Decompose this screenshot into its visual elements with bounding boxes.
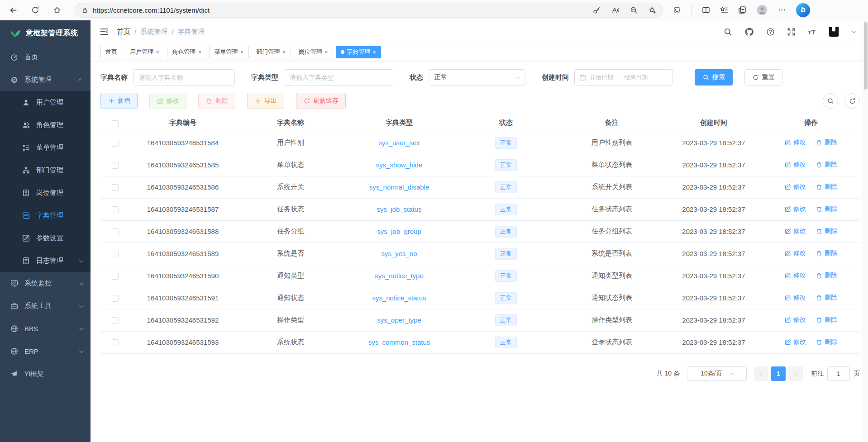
row-edit-link[interactable]: 修改 [785,294,806,302]
sidebar-item-menu-mgmt[interactable]: 菜单管理 [0,136,91,159]
sidebar-item-home[interactable]: 首页 [0,46,91,68]
address-bar[interactable]: https://ccnetcore.com:1101/system/dict [75,3,663,18]
row-delete-link[interactable]: 删除 [816,294,837,302]
goto-page-input[interactable] [827,366,850,381]
sidebar-item-bbs[interactable]: BBS [0,317,91,340]
row-checkbox[interactable] [112,206,119,213]
dict-type-link[interactable]: sys_job_group [377,228,421,235]
split-screen-icon[interactable] [702,6,710,14]
hamburger-icon[interactable] [100,27,109,36]
row-edit-link[interactable]: 修改 [785,271,806,280]
dict-type-link[interactable]: sys_job_status [377,205,421,213]
dict-type-link[interactable]: sys_common_status [368,338,430,346]
sidebar-item-erp[interactable]: ERP [0,340,91,362]
tab-home[interactable]: 首页 [100,46,122,58]
sidebar-item-system-mgmt[interactable]: 系统管理 [0,68,91,91]
tab-menu-mgmt[interactable]: 菜单管理× [209,46,248,58]
dropdown-caret-icon[interactable] [852,29,856,33]
scrollbar-thumb[interactable] [864,22,868,90]
collections-icon[interactable] [738,6,746,14]
row-delete-link[interactable]: 删除 [816,161,837,169]
reset-button[interactable]: 重置 [744,69,782,86]
app-logo-row[interactable]: 意框架管理系统 [0,20,91,46]
url-text[interactable]: https://ccnetcore.com:1101/system/dict [93,6,593,14]
read-aloud-icon[interactable] [611,6,619,14]
tab-close-icon[interactable]: × [282,49,286,55]
row-delete-link[interactable]: 删除 [816,249,837,257]
toggle-search-button[interactable] [823,93,838,109]
dict-type-link[interactable]: sys_oper_type [377,316,421,324]
row-edit-link[interactable]: 修改 [785,338,806,346]
tab-close-icon[interactable]: × [240,49,243,55]
password-key-icon[interactable] [593,6,601,14]
fullscreen-icon[interactable] [787,28,796,36]
row-edit-link[interactable]: 修改 [785,205,806,213]
add-favorite-icon[interactable] [649,6,656,14]
row-delete-link[interactable]: 删除 [816,227,837,235]
tab-close-icon[interactable]: × [198,49,201,55]
row-checkbox[interactable] [112,228,119,235]
select-all-checkbox[interactable] [112,120,119,127]
row-edit-link[interactable]: 修改 [785,227,806,235]
next-page-button[interactable]: › [788,366,803,381]
sidebar-item-dept-mgmt[interactable]: 部门管理 [0,159,91,181]
sidebar-item-param-setting[interactable]: 参数设置 [0,227,91,249]
sidebar-item-user-mgmt[interactable]: 用户管理 [0,91,91,114]
dict-type-link[interactable]: sys_normal_disable [369,183,429,191]
tab-close-icon[interactable]: × [372,49,376,55]
row-checkbox[interactable] [112,184,119,191]
browser-scrollbar[interactable] [863,21,868,442]
breadcrumb-item[interactable]: 首页 [117,28,130,36]
tab-role-mgmt[interactable]: 角色管理× [167,46,206,58]
dict-type-link[interactable]: sys_show_hide [376,161,423,169]
sidebar-item-role-mgmt[interactable]: 角色管理 [0,114,91,136]
browser-back-icon[interactable] [9,6,18,14]
row-checkbox[interactable] [112,339,119,346]
text-size-icon[interactable]: тT [808,28,816,36]
row-delete-link[interactable]: 删除 [816,138,837,147]
row-checkbox[interactable] [112,140,119,147]
row-edit-link[interactable]: 修改 [785,138,806,147]
row-delete-link[interactable]: 删除 [816,205,837,213]
tab-user-mgmt[interactable]: 用户管理× [125,46,164,58]
sidebar-item-system-monitor[interactable]: 系统监控 [0,272,91,295]
row-checkbox[interactable] [112,251,119,257]
page-size-select[interactable]: 10条/页 [687,366,747,381]
row-checkbox[interactable] [112,273,119,280]
delete-button[interactable]: 删除 [198,93,235,109]
dict-type-input[interactable] [284,69,393,86]
date-range-picker[interactable]: 开始日期 - 结束日期 [574,69,673,86]
row-checkbox[interactable] [112,317,119,324]
sidebar-item-yi-framework[interactable]: Yi框架 [0,362,91,385]
export-button[interactable]: 导出 [247,93,284,109]
user-logo-avatar[interactable] [828,26,840,38]
github-icon[interactable] [744,27,754,37]
row-edit-link[interactable]: 修改 [785,249,806,257]
refresh-table-button[interactable] [844,93,860,109]
dict-type-link[interactable]: sys_notice_type [375,272,424,280]
tab-dept-mgmt[interactable]: 部门管理× [252,46,291,58]
sidebar-item-log-mgmt[interactable]: 日志管理 [0,249,91,272]
tab-post-mgmt[interactable]: 岗位管理× [294,46,333,58]
row-edit-link[interactable]: 修改 [785,183,806,191]
breadcrumb-item[interactable]: 字典管理 [177,28,205,36]
row-checkbox[interactable] [112,295,119,302]
end-date-placeholder[interactable]: 结束日期 [624,73,648,81]
help-icon[interactable] [766,28,775,36]
row-delete-link[interactable]: 删除 [816,316,837,324]
add-button[interactable]: 新增 [100,93,138,109]
sidebar-item-post-mgmt[interactable]: 岗位管理 [0,181,91,204]
sidebar-item-system-tools[interactable]: 系统工具 [0,295,91,317]
tab-close-icon[interactable]: × [156,49,159,55]
extensions-icon[interactable] [673,6,682,14]
bing-chat-icon[interactable]: b [796,3,810,17]
status-select[interactable]: 正常 [429,69,525,86]
edit-button[interactable]: 修改 [149,93,186,109]
prev-page-button[interactable]: ‹ [754,366,768,381]
row-delete-link[interactable]: 删除 [816,338,837,346]
dict-type-link[interactable]: sys_yes_no [381,250,417,257]
dict-type-link[interactable]: sys_user_sex [378,139,420,147]
row-checkbox[interactable] [112,162,119,169]
dict-name-input[interactable] [133,69,235,86]
refresh-cache-button[interactable]: 刷新缓存 [296,93,346,109]
